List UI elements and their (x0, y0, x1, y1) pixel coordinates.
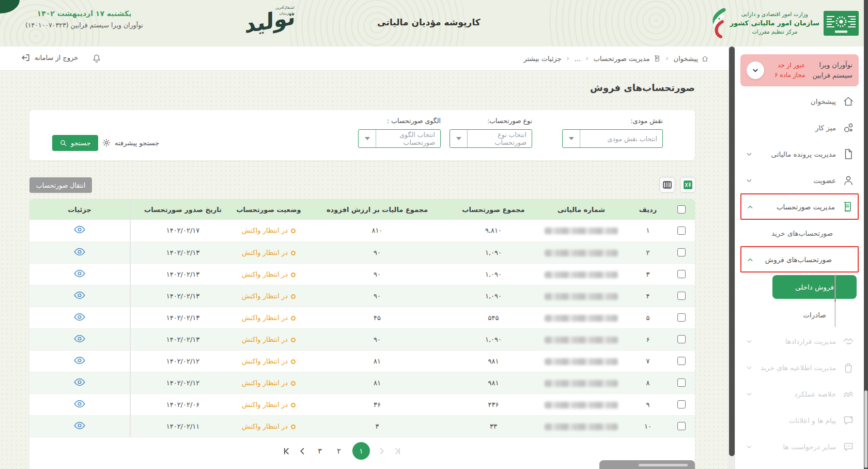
prev-page-button[interactable] (299, 447, 306, 455)
invoice-status: در انتظار واکنش (235, 220, 302, 241)
row-checkbox[interactable] (677, 379, 686, 387)
sidebar-item-payamha[interactable]: پیام ها و اعلانات (740, 407, 859, 433)
select-chevron (563, 130, 580, 147)
column-header: مجموع مالیات بر ارزش افزوده (302, 199, 452, 220)
blurred-tax-id (545, 337, 618, 343)
sidebar-item-gharardadha[interactable]: مدیریت قراردادها (740, 328, 859, 354)
logout-button[interactable]: خروج از سامانه (21, 53, 78, 63)
row-checkbox[interactable] (677, 357, 686, 365)
eye-icon[interactable] (74, 335, 85, 343)
page-title: صورتحساب‌های فروش (590, 82, 695, 93)
page-button[interactable]: ۳ (314, 447, 326, 455)
receipt-icon (841, 201, 854, 213)
invoice-total: ۱,۰۹۰ (452, 285, 535, 307)
sidebar-item-modiriat-soorathesab[interactable]: مدیریت صورتحساب (740, 193, 859, 220)
row-checkbox[interactable] (677, 335, 686, 343)
page-scrollbar-thumb[interactable] (864, 390, 867, 468)
user-menu-toggle[interactable] (747, 62, 764, 79)
breadcrumb: پیشخوان‹مدیریت صورتحساب‹...‹جزئیات بیشتر (523, 47, 709, 70)
column-header: ردیف (628, 199, 668, 220)
eye-icon[interactable] (74, 400, 85, 408)
filter-select[interactable]: انتخاب الگوی صورتحساب (358, 129, 441, 148)
breadcrumb-item[interactable]: مدیریت صورتحساب (594, 55, 661, 63)
advanced-search-button[interactable]: جستجو پیشرفته (102, 138, 159, 147)
eye-icon[interactable] (74, 291, 85, 299)
page-scrollbar[interactable] (864, 0, 868, 469)
user-badge[interactable]: نوآوران ویرا سیستم فرابین عبور از حد مجا… (740, 54, 859, 86)
search-icon (59, 139, 67, 147)
column-settings-button[interactable] (659, 177, 675, 193)
row-checkbox[interactable] (677, 270, 686, 278)
transfer-invoices-button[interactable]: انتقال صورتحساب (29, 177, 92, 193)
topbar: خروج از سامانه پیشخوان‹مدیریت صورتحساب‹.… (0, 47, 729, 71)
select-all-checkbox[interactable] (677, 205, 686, 214)
page-button[interactable]: ۲ (333, 447, 345, 455)
sidebar-item-parvande[interactable]: مدیریت پرونده مالیاتی (740, 141, 859, 167)
row-number: ۶ (628, 328, 668, 350)
row-checkbox[interactable] (677, 248, 686, 256)
filter-group: نوع صورتحساب:انتخاب نوع صورتحساب (450, 117, 532, 148)
export-excel-button[interactable] (680, 177, 696, 193)
sidebar-item-soorathesab-foroosh[interactable]: صورتحساب‌های فروش (740, 246, 859, 273)
blurred-tax-id (545, 423, 618, 430)
next-page-button[interactable] (378, 447, 385, 455)
sidebar-scrollbar[interactable] (729, 47, 735, 469)
tax-org-emblem-icon (824, 11, 859, 36)
breadcrumb-item[interactable]: ... (575, 55, 581, 63)
row-checkbox[interactable] (677, 226, 686, 235)
eye-icon[interactable] (74, 421, 85, 430)
column-header: تاریخ صدور صورتحساب (130, 199, 235, 220)
first-page-button[interactable] (283, 447, 291, 455)
sidebar-item-label: صورتحساب‌های فروش (765, 255, 832, 264)
row-number: ۷ (628, 350, 668, 372)
row-number: ۳ (628, 263, 668, 285)
invoice-date: ۱۴۰۲/۰۲/۱۳ (130, 263, 235, 285)
sidebar-item-partial[interactable] (740, 460, 859, 469)
row-checkbox[interactable] (677, 400, 686, 409)
search-button[interactable]: جستجو (52, 135, 98, 151)
table-row: ۳۱,۰۹۰۹۰در انتظار واکنش۱۴۰۲/۰۲/۱۳ (29, 263, 695, 285)
eye-icon[interactable] (74, 225, 85, 234)
eye-icon[interactable] (74, 248, 85, 256)
row-checkbox[interactable] (677, 313, 686, 322)
row-checkbox[interactable] (677, 292, 686, 300)
filter-select[interactable]: انتخاب نوع صورتحساب (450, 129, 532, 148)
status-dot (291, 294, 296, 299)
invoice-vat: ۹۰ (302, 263, 452, 285)
eye-icon[interactable] (74, 269, 85, 278)
bag-icon (842, 361, 855, 374)
status-dot (291, 251, 296, 255)
invoice-status: در انتظار واکنش (235, 328, 302, 350)
status-dot (291, 273, 296, 277)
notifications-bell-icon[interactable] (91, 53, 102, 64)
invoice-status: در انتظار واکنش (235, 241, 302, 263)
eye-icon[interactable] (74, 313, 85, 321)
current-page[interactable]: ۱ (352, 442, 370, 460)
row-checkbox[interactable] (677, 422, 686, 430)
eye-icon[interactable] (74, 378, 85, 386)
breadcrumb-item[interactable]: جزئیات بیشتر (523, 55, 561, 63)
sidebar-item-sayer-darkhastha[interactable]: سایر درخواست ها (740, 433, 859, 460)
last-page-button[interactable] (393, 447, 401, 455)
sidebar-scrollbar-thumb[interactable] (729, 47, 735, 456)
sidebar-item-ozviat[interactable]: عضویت (740, 167, 859, 193)
chevron-down-icon (745, 176, 754, 185)
chevron-up-icon (746, 255, 755, 264)
eye-icon[interactable] (74, 356, 85, 365)
chart-icon (842, 388, 855, 400)
sidebar-item-saderat[interactable]: صادرات (772, 301, 857, 328)
sidebar-item-mizkar[interactable]: میز کار (740, 114, 859, 141)
row-number: ۲ (628, 241, 668, 263)
filter-select[interactable]: انتخاب نقش مودی (562, 129, 663, 148)
sidebar-item-etelaiye-kharid[interactable]: مدیریت اطلاعیه های خرید (740, 354, 859, 381)
chevron-down-icon (751, 66, 760, 75)
sidebar-item-kholase-amalkard[interactable]: خلاصه عملکرد (740, 381, 859, 407)
invoice-date: ۱۴۰۲/۰۲/۱۲ (130, 350, 235, 372)
sidebar-item-soorathesab-kharid[interactable]: صورتحساب‌های خرید (740, 220, 859, 246)
breadcrumb-item[interactable]: پیشخوان (674, 55, 709, 63)
sidebar-item-foroosh-dakheli[interactable]: فروش داخلی (772, 275, 857, 299)
row-number: ۵ (628, 307, 668, 328)
workspace-icon (842, 122, 855, 134)
sidebar-item-pishkhan[interactable]: پیشخوان (740, 88, 859, 114)
chevron-down-icon (745, 149, 754, 159)
